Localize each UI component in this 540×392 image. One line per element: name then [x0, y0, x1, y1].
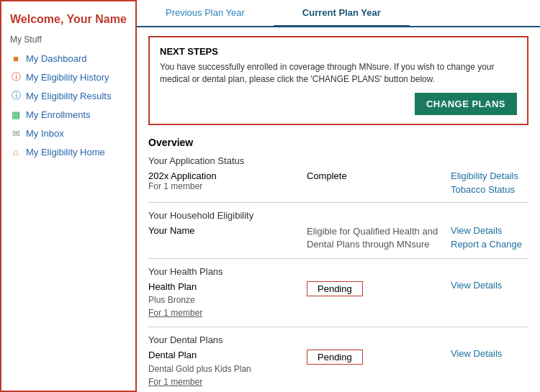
report-a-change-link[interactable]: Report a Change: [451, 239, 522, 250]
dental-plans-label: Dental Plan Dental Gold plus Kids Plan F…: [148, 348, 307, 388]
health-plan-pending-badge: Pending: [307, 281, 363, 296]
app-status-header: Your Application Status: [148, 155, 528, 166]
health-plans-status: Pending: [307, 280, 451, 296]
app-status-value: Complete: [307, 170, 451, 181]
health-plans-section: Your Health Plans Health Plan Plus Bronz…: [148, 266, 528, 320]
health-plan-sub: Plus Bronze: [148, 293, 307, 306]
health-plans-row: Health Plan Plus Bronze For 1 member Pen…: [148, 280, 528, 320]
main-content: Previous Plan Year Current Plan Year NEX…: [137, 0, 540, 392]
content-area: NEXT STEPS You have successfully enrolle…: [137, 36, 540, 392]
household-row: Your Name Eligible for Qualified Health …: [148, 225, 528, 251]
change-plans-btn-row: CHANGE PLANS: [160, 93, 517, 115]
dental-plans-row: Dental Plan Dental Gold plus Kids Plan F…: [148, 348, 528, 388]
app-status-label: 202x Application For 1 member: [148, 170, 307, 191]
divider-1: [148, 202, 528, 203]
sidebar-item-label: My Eligibility Results: [26, 91, 111, 101]
tobacco-status-link[interactable]: Tobacco Status: [451, 184, 518, 195]
next-steps-title: NEXT STEPS: [160, 46, 517, 57]
tab-previous-plan-year[interactable]: Previous Plan Year: [137, 0, 274, 27]
health-plans-view-details-link[interactable]: View Details: [451, 280, 502, 291]
sidebar-welcome: Welcome, Your Name: [1, 9, 135, 33]
sidebar-item-label: My Inbox: [26, 128, 64, 139]
tabs-bar: Previous Plan Year Current Plan Year: [137, 0, 540, 27]
app-name: 202x Application: [148, 170, 307, 181]
dental-plans-links: View Details: [451, 348, 502, 359]
sidebar-item-label: My Eligibility Home: [26, 147, 105, 158]
tab-current-plan-year[interactable]: Current Plan Year: [274, 0, 410, 27]
divider-2: [148, 258, 528, 259]
sidebar-item-eligibility-results[interactable]: ⓘ My Eligibility Results: [1, 86, 135, 105]
dental-plan-name: Dental Plan: [148, 348, 307, 363]
home-icon: ⌂: [10, 146, 22, 158]
eligibility-details-link[interactable]: Eligibility Details: [451, 170, 518, 181]
sidebar-item-label: My Dashboard: [26, 53, 87, 64]
divider-3: [148, 327, 528, 327]
app-status-links: Eligibility Details Tobacco Status: [451, 170, 518, 195]
sidebar-item-label: My Enrollments: [26, 109, 91, 120]
household-links: View Details Report a Change: [451, 225, 522, 250]
household-eligibility-header: Your Household Eligibility: [148, 210, 528, 221]
next-steps-box: NEXT STEPS You have successfully enrolle…: [148, 36, 528, 125]
dental-plans-status: Pending: [307, 348, 451, 365]
sidebar-item-enrollments[interactable]: ▩ My Enrollments: [1, 105, 135, 124]
sidebar-item-label: My Eligibility History: [26, 72, 109, 83]
enrollments-icon: ▩: [10, 109, 22, 120]
dashboard-icon: ■: [10, 53, 22, 64]
sidebar-item-dashboard[interactable]: ■ My Dashboard: [1, 49, 135, 68]
eligibility-history-icon: ⓘ: [10, 71, 22, 83]
dental-plans-section: Your Dental Plans Dental Plan Dental Gol…: [148, 334, 528, 388]
household-eligibility-section: Your Household Eligibility Your Name Eli…: [148, 210, 528, 251]
sidebar-section-label: My Stuff: [1, 33, 135, 49]
dental-plans-view-details-link[interactable]: View Details: [451, 348, 502, 359]
dental-plans-header: Your Dental Plans: [148, 334, 528, 345]
dental-plan-sub: Dental Gold plus Kids Plan: [148, 363, 307, 375]
dental-plan-member: For 1 member: [148, 375, 307, 388]
eligibility-results-icon: ⓘ: [10, 90, 22, 101]
dental-plan-pending-badge: Pending: [307, 350, 363, 365]
health-plan-name: Health Plan: [148, 280, 307, 294]
overview-title: Overview: [148, 137, 528, 148]
sidebar: Welcome, Your Name My Stuff ■ My Dashboa…: [0, 0, 137, 392]
sidebar-item-eligibility-history[interactable]: ⓘ My Eligibility History: [1, 68, 135, 86]
sidebar-item-inbox[interactable]: ✉ My Inbox: [1, 124, 135, 142]
household-view-details-link[interactable]: View Details: [451, 225, 522, 236]
health-plans-links: View Details: [451, 280, 502, 291]
app-sub: For 1 member: [148, 181, 307, 191]
sidebar-item-eligibility-home[interactable]: ⌂ My Eligibility Home: [1, 142, 135, 161]
health-plans-label: Health Plan Plus Bronze For 1 member: [148, 280, 307, 320]
health-plan-member: For 1 member: [148, 306, 307, 319]
household-eligibility-value: Eligible for Qualified Health and Dental…: [307, 225, 451, 251]
next-steps-text: You have successfully enrolled in covera…: [160, 61, 517, 86]
inbox-icon: ✉: [10, 127, 22, 139]
app-status-row: 202x Application For 1 member Complete E…: [148, 170, 528, 195]
change-plans-button[interactable]: CHANGE PLANS: [415, 93, 517, 115]
household-name: Your Name: [148, 225, 307, 236]
application-status-section: Your Application Status 202x Application…: [148, 155, 528, 195]
health-plans-header: Your Health Plans: [148, 266, 528, 277]
